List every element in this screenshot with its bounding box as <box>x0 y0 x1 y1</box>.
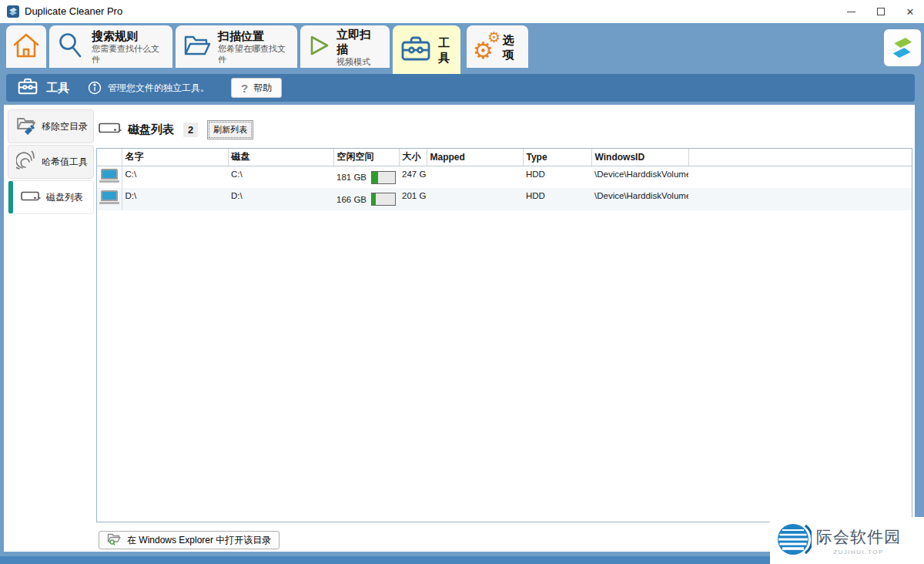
column-header-icon[interactable] <box>97 149 122 166</box>
tab-subtitle: 视频模式 <box>336 56 382 67</box>
info-icon <box>88 81 102 95</box>
toolbox-icon <box>400 35 431 65</box>
column-header-windowsid[interactable]: WindowsID <box>591 149 688 166</box>
tab-options[interactable]: ⚙⚙ 选项 <box>467 25 528 68</box>
home-icon <box>11 31 42 63</box>
tab-label: 扫描位置 <box>218 29 290 43</box>
sidebar-item-label: 哈希值工具 <box>42 156 88 169</box>
minimize-icon <box>847 12 855 12</box>
watermark-name: 际会软件园 <box>816 526 901 548</box>
watermark-tagline: ZUJIHUI.TOP <box>833 549 884 556</box>
search-icon <box>57 32 85 62</box>
toolbar-title: 工具 <box>46 81 69 96</box>
column-header-type[interactable]: Type <box>523 149 591 166</box>
folder-icon <box>183 34 211 60</box>
column-header-spacer <box>688 149 912 166</box>
cell-type: HDD <box>523 166 591 188</box>
title-bar: Duplicate Cleaner Pro ✕ <box>0 0 924 23</box>
maximize-button[interactable] <box>865 0 896 23</box>
help-button[interactable]: ? 帮助 <box>231 78 282 98</box>
tab-home[interactable] <box>6 25 46 68</box>
free-space-bar <box>371 193 396 206</box>
toolbox-icon-white <box>17 77 38 99</box>
tab-scan-now[interactable]: 立即扫描 视频模式 <box>300 25 390 68</box>
folder-search-icon <box>107 532 122 548</box>
column-header-mapped[interactable]: Mapped <box>427 149 523 166</box>
tab-tools[interactable]: 工具 <box>393 25 460 74</box>
s-logo-icon <box>889 34 916 62</box>
tab-subtitle: 您希望在哪查找文件 <box>218 43 290 65</box>
sidebar-item-label: 移除空目录 <box>42 120 88 133</box>
cell-drive: D:\ <box>228 188 333 210</box>
folder-brush-icon <box>16 116 36 137</box>
window-title: Duplicate Cleaner Pro <box>25 0 122 23</box>
tab-scan-location[interactable]: 扫描位置 您希望在哪查找文件 <box>176 25 297 68</box>
fingerprint-icon <box>16 151 36 173</box>
cell-drive: C:\ <box>228 166 333 188</box>
tab-label: 立即扫描 <box>336 27 382 56</box>
column-header-size[interactable]: 大小 <box>399 149 427 166</box>
disk-count-badge: 2 <box>183 123 198 137</box>
cell-name: D:\ <box>122 188 228 210</box>
cell-mapped <box>427 166 523 188</box>
cell-windowsid: \Device\HarddiskVolume2 <box>591 188 688 210</box>
cell-free-space: 166 GB <box>333 188 399 210</box>
table-row-drive-d[interactable]: D:\ D:\ 166 GB 201 GB HDD \Device\Harddi… <box>97 188 912 210</box>
refresh-list-button[interactable]: 刷新列表 <box>207 120 253 139</box>
tab-search-rules[interactable]: 搜索规则 您需要查找什么文件 <box>49 25 172 68</box>
cell-windowsid: \Device\HarddiskVolume1 <box>591 166 688 188</box>
close-icon: ✕ <box>906 6 915 18</box>
sidebar-item-remove-empty-folders[interactable]: 移除空目录 <box>8 109 94 143</box>
column-header-drive[interactable]: 磁盘 <box>228 149 333 166</box>
content-panel: 移除空目录 哈希值工具 磁盘列表 <box>4 105 915 552</box>
computer-icon <box>97 188 122 210</box>
question-icon: ? <box>241 82 248 95</box>
tools-toolbar: 工具 管理您文件的独立工具。 ? 帮助 <box>6 74 915 102</box>
cell-free-space: 181 GB <box>333 166 399 188</box>
disk-icon <box>21 191 41 204</box>
brand-logo <box>884 29 921 66</box>
computer-icon <box>97 166 122 188</box>
tab-subtitle: 您需要查找什么文件 <box>92 43 165 65</box>
sidebar-item-hash-tool[interactable]: 哈希值工具 <box>8 145 94 179</box>
column-header-name[interactable]: 名字 <box>122 149 228 166</box>
cell-mapped <box>427 188 523 210</box>
cell-type: HDD <box>523 188 591 210</box>
column-header-free-space[interactable]: 空闲空间 <box>333 149 399 166</box>
toolbar-description: 管理您文件的独立工具。 <box>108 82 209 95</box>
maximize-icon <box>877 8 885 15</box>
sidebar-item-disk-list[interactable]: 磁盘列表 <box>8 180 94 214</box>
play-icon <box>308 34 330 60</box>
tab-label: 工具 <box>438 35 453 65</box>
close-button[interactable]: ✕ <box>895 0 924 23</box>
watermark: 际会软件园 ZUJIHUI.TOP <box>770 517 924 564</box>
cell-name: C:\ <box>122 166 228 188</box>
tab-label: 搜索规则 <box>92 29 165 43</box>
open-in-explorer-button[interactable]: 在 Windows Explorer 中打开该目录 <box>99 531 280 549</box>
disk-icon <box>99 123 122 137</box>
main-title-row: 磁盘列表 2 刷新列表 <box>99 120 253 139</box>
page-title: 磁盘列表 <box>128 123 174 137</box>
table-row-drive-c[interactable]: C:\ C:\ 181 GB 247 GB HDD \Device\Harddi… <box>97 166 912 188</box>
cell-size: 201 GB <box>399 188 427 210</box>
gears-icon: ⚙⚙ <box>474 32 496 62</box>
cell-size: 247 GB <box>399 166 427 188</box>
table-header-row: 名字 磁盘 空闲空间 大小 Mapped Type WindowsID <box>97 149 912 166</box>
tab-label: 选项 <box>503 32 521 62</box>
free-space-bar <box>371 171 396 184</box>
disk-table: 名字 磁盘 空闲空间 大小 Mapped Type WindowsID C:\ … <box>96 148 912 522</box>
globe-icon <box>776 522 812 560</box>
app-icon <box>7 5 19 18</box>
selected-indicator <box>8 181 13 213</box>
sidebar-item-label: 磁盘列表 <box>46 191 83 204</box>
minimize-button[interactable] <box>835 0 866 23</box>
